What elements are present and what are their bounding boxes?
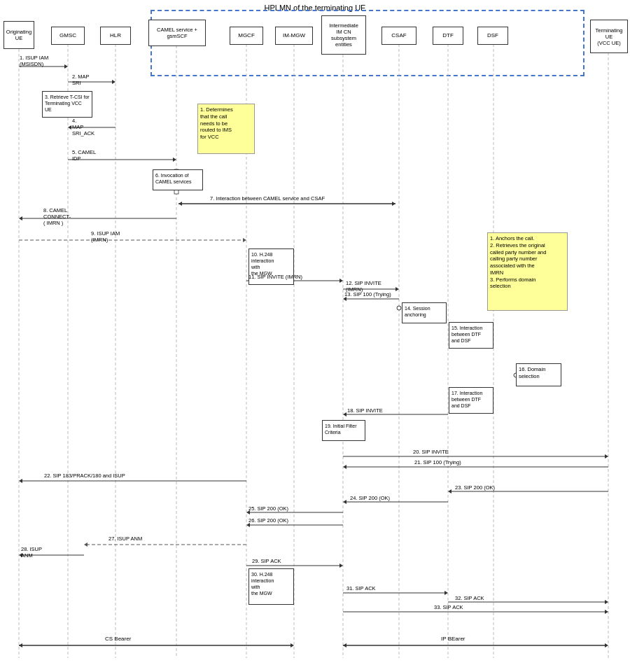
- svg-marker-66: [605, 643, 608, 648]
- svg-point-67: [397, 306, 401, 310]
- svg-marker-21: [178, 202, 182, 206]
- entity-terminating-ue: TerminatingUE(VCC UE): [590, 20, 628, 53]
- label-msg29: 29. SIP ACK: [252, 558, 281, 564]
- label-msg32: 32. SIP ACK: [455, 595, 484, 601]
- note-anchors-call: 1. Anchors the call.2. Retrieves the ori…: [487, 232, 568, 311]
- svg-marker-65: [343, 643, 346, 648]
- svg-marker-58: [605, 600, 608, 604]
- svg-marker-26: [243, 238, 246, 242]
- label-msg22: 22. SIP 183/PRACK/180 and ISUP: [44, 472, 125, 479]
- svg-marker-16: [68, 125, 71, 130]
- entity-originating-ue: OriginatingUE: [4, 21, 34, 49]
- label-msg13: 13. SIP 100 (Trying): [344, 291, 391, 298]
- svg-marker-34: [343, 412, 346, 416]
- svg-marker-30: [396, 287, 399, 291]
- label-msg25: 25. SIP 200 (OK): [248, 505, 288, 512]
- label-msg11: 11. SIP INVITE (IMRN): [248, 274, 302, 280]
- entity-camel: CAMEL service +gsmSCF: [148, 20, 206, 46]
- svg-marker-18: [173, 158, 176, 162]
- note-determines-call: 1. Determinesthat the callneeds to berou…: [197, 104, 255, 154]
- label-msg4: 4.MAPSRI_ACK: [72, 118, 94, 136]
- entity-csaf: CSAF: [382, 27, 416, 45]
- svg-marker-60: [605, 610, 608, 614]
- svg-marker-42: [448, 489, 451, 493]
- svg-marker-38: [343, 465, 346, 469]
- entity-dtf: DTF: [433, 27, 463, 45]
- svg-marker-24: [19, 216, 22, 220]
- note-domain-selection: 16. Domainselection: [516, 363, 561, 386]
- diagram-svg: [0, 0, 630, 672]
- note-session-anchoring: 14. Sessionanchoring: [402, 302, 447, 323]
- label-ip-bearer: IP BEarer: [441, 636, 465, 642]
- entity-dsf: DSF: [477, 27, 508, 45]
- svg-marker-54: [340, 564, 343, 568]
- svg-marker-50: [84, 542, 88, 547]
- note-h248-2: 30. H.248interactionwiththe MGW: [248, 568, 294, 605]
- svg-marker-40: [19, 479, 22, 483]
- label-msg33: 33. SIP ACK: [434, 604, 463, 610]
- label-msg28: 28. ISUPANM: [21, 546, 42, 559]
- label-msg8: 8. CAMELCONNECT-( IMRN ): [43, 207, 71, 226]
- entity-intermediate: IntermediateIM CNsubsystementities: [321, 15, 366, 55]
- entity-mgcf: MGCF: [230, 27, 263, 45]
- svg-marker-36: [605, 454, 608, 458]
- note-invocation: 6. Invocation ofCAMEL services: [153, 169, 203, 190]
- entity-hlr: HLR: [100, 27, 131, 45]
- label-msg5: 5. CAMELIDP: [72, 149, 96, 162]
- label-msg27: 27. ISUP ANM: [108, 536, 142, 542]
- label-msg1: 1. ISUP IAM(MSISDN): [20, 55, 48, 67]
- entity-im-mgw: IM-MGW: [275, 27, 313, 45]
- svg-marker-12: [64, 64, 68, 69]
- svg-marker-62: [19, 643, 22, 648]
- label-msg23: 23. SIP 200 (OK): [455, 484, 495, 491]
- note-retrieve-tcsi: 3. Retrieve T-CSI forTerminating VCC UE: [42, 91, 92, 118]
- label-msg24: 24. SIP 200 (OK): [350, 495, 390, 501]
- label-msg31: 31. SIP ACK: [346, 585, 376, 592]
- label-msg26: 26. SIP 200 (OK): [248, 517, 288, 524]
- label-msg7: 7. Interaction between CAMEL service and…: [210, 195, 325, 202]
- note-initial-filter: 19. Initial FilterCriteria: [322, 420, 365, 441]
- label-msg21: 21. SIP 100 (Trying): [414, 459, 461, 465]
- label-msg18: 18. SIP INVITE: [347, 407, 383, 414]
- svg-marker-44: [343, 500, 346, 504]
- svg-marker-56: [444, 591, 448, 595]
- entity-gmsc: GMSC: [51, 27, 85, 45]
- note-interaction-dtf-dsf-1: 15. Interactionbetween DTFand DSF: [449, 322, 493, 349]
- svg-marker-14: [112, 80, 115, 84]
- note-interaction-dtf-dsf-2: 17. Interactionbetween DTFand DSF: [449, 387, 493, 414]
- sequence-diagram: HPLMN of the terminating UE: [0, 0, 630, 672]
- svg-marker-22: [392, 202, 396, 206]
- label-msg20: 20. SIP INVITE: [413, 449, 449, 455]
- svg-marker-63: [290, 643, 294, 648]
- label-msg2: 2. MAPSRI: [72, 74, 90, 86]
- svg-marker-28: [340, 279, 343, 283]
- label-msg9: 9. ISUP IAM(IMRN): [91, 230, 120, 243]
- label-cs-bearer: CS Bearer: [105, 636, 131, 642]
